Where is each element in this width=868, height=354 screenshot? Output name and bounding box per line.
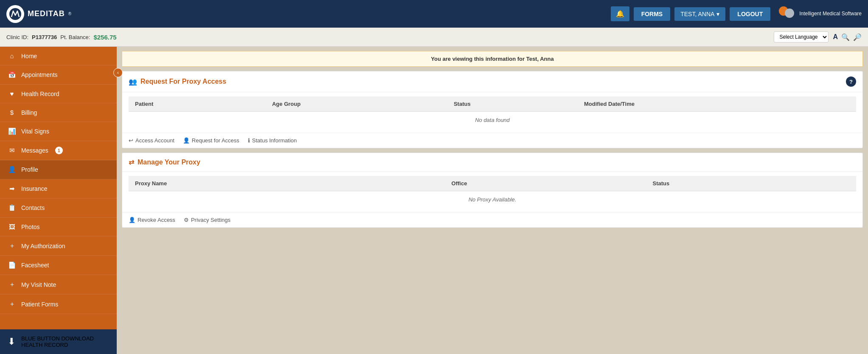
sidebar-item-facesheet-label: Facesheet bbox=[21, 262, 49, 269]
sidebar-item-profile[interactable]: 👤 Profile bbox=[0, 160, 117, 179]
sidebar: ‹ ⌂ Home 📅 Appointments ♥ Health Record … bbox=[0, 47, 117, 354]
sidebar-item-insurance[interactable]: ➡ Insurance bbox=[0, 179, 117, 198]
sidebar-item-messages-label: Messages bbox=[21, 147, 48, 154]
blue-button-download[interactable]: ⬇ BLUE BUTTON DOWNLOAD HEALTH RECORD bbox=[0, 329, 117, 354]
sidebar-item-billing-label: Billing bbox=[21, 109, 37, 116]
sidebar-item-my-authorization[interactable]: ＋ My Authorization bbox=[0, 236, 117, 256]
col-status: Status bbox=[447, 96, 578, 112]
access-account-label: Access Account bbox=[135, 137, 174, 144]
sidebar-item-contacts[interactable]: 📋 Contacts bbox=[0, 198, 117, 218]
sidebar-item-facesheet[interactable]: 📄 Facesheet bbox=[0, 256, 117, 275]
vital-signs-icon: 📊 bbox=[8, 127, 16, 135]
home-icon: ⌂ bbox=[8, 52, 16, 59]
revoke-access-label: Revoke Access bbox=[138, 217, 175, 223]
sidebar-collapse-btn[interactable]: ‹ bbox=[113, 68, 123, 77]
clinic-id-value: P1377736 bbox=[32, 34, 57, 40]
download-text: BLUE BUTTON DOWNLOAD HEALTH RECORD bbox=[21, 335, 94, 348]
request-for-access-link[interactable]: 👤 Request for Access bbox=[183, 137, 239, 144]
manage-proxy-title: ⇄ Manage Your Proxy bbox=[129, 158, 200, 166]
contacts-icon: 📋 bbox=[8, 204, 16, 212]
privacy-settings-label: Privacy Settings bbox=[191, 217, 230, 223]
download-label1: BLUE BUTTON DOWNLOAD bbox=[21, 335, 94, 342]
main-content: You are viewing this information for Tes… bbox=[117, 47, 868, 354]
sub-header: Clinic ID: P1377736 Pt. Balance: $256.75… bbox=[0, 28, 868, 47]
manage-proxy-section: ⇄ Manage Your Proxy Proxy Name Office St… bbox=[122, 153, 863, 228]
info-bar-patient: Test, Anna bbox=[526, 56, 554, 62]
request-for-access-icon: 👤 bbox=[183, 137, 190, 144]
sidebar-item-patient-forms[interactable]: ＋ Patient Forms bbox=[0, 295, 117, 314]
sidebar-item-billing[interactable]: $ Billing bbox=[0, 103, 117, 122]
sidebar-item-health-record[interactable]: ♥ Health Record bbox=[0, 85, 117, 103]
sidebar-item-appointments[interactable]: 📅 Appointments bbox=[0, 65, 117, 85]
table-row: No Proxy Available. bbox=[129, 191, 856, 208]
manage-proxy-actions: 👤 Revoke Access ⚙ Privacy Settings bbox=[122, 212, 862, 227]
messages-badge: 1 bbox=[55, 147, 63, 154]
no-data-text: No data found bbox=[129, 112, 856, 129]
no-proxy-text: No Proxy Available. bbox=[129, 191, 856, 208]
main-layout: ‹ ⌂ Home 📅 Appointments ♥ Health Record … bbox=[0, 47, 868, 354]
search-icon[interactable]: 🔍 bbox=[841, 33, 850, 41]
bell-button[interactable]: 🔔 bbox=[611, 6, 629, 21]
sidebar-item-my-visit-note[interactable]: ＋ My Visit Note bbox=[0, 275, 117, 295]
privacy-settings-link[interactable]: ⚙ Privacy Settings bbox=[184, 217, 230, 223]
sidebar-items: ⌂ Home 📅 Appointments ♥ Health Record $ … bbox=[0, 47, 117, 329]
header-utility-icons: A 🔍 🔎 bbox=[833, 33, 862, 41]
proxy-access-actions: ↩ Access Account 👤 Request for Access ℹ … bbox=[122, 133, 862, 148]
manage-proxy-table: Proxy Name Office Status No Proxy Availa… bbox=[129, 176, 856, 208]
sidebar-item-vital-signs-label: Vital Signs bbox=[21, 128, 49, 135]
info-bar: You are viewing this information for Tes… bbox=[122, 51, 863, 67]
manage-proxy-header: ⇄ Manage Your Proxy bbox=[122, 153, 862, 172]
info-bar-prefix: You are viewing this information for bbox=[431, 56, 526, 62]
header-right: 🔔 FORMS TEST, ANNA ▾ LOGOUT Intelligent … bbox=[611, 6, 862, 21]
logout-button[interactable]: LOGOUT bbox=[730, 7, 770, 21]
sidebar-item-messages[interactable]: ✉ Messages 1 bbox=[0, 141, 117, 160]
manage-proxy-title-text: Manage Your Proxy bbox=[138, 159, 200, 166]
privacy-settings-icon: ⚙ bbox=[184, 217, 189, 223]
logo-text: MEDITAB bbox=[28, 9, 65, 18]
pt-balance-value: $256.75 bbox=[93, 34, 116, 41]
patient-forms-icon: ＋ bbox=[8, 300, 16, 308]
ims-logo: Intelligent Medical Software bbox=[779, 6, 862, 21]
col-age-group: Age Group bbox=[266, 96, 447, 112]
logo-icon bbox=[6, 5, 24, 23]
sub-header-right: Select Language A 🔍 🔎 bbox=[774, 31, 862, 42]
manage-proxy-table-wrap: Proxy Name Office Status No Proxy Availa… bbox=[122, 172, 862, 212]
clinic-info: Clinic ID: P1377736 Pt. Balance: $256.75 bbox=[6, 34, 117, 41]
language-select[interactable]: Select Language bbox=[774, 31, 829, 42]
sidebar-item-contacts-label: Contacts bbox=[21, 204, 45, 211]
logo-reg: ® bbox=[68, 11, 71, 16]
sidebar-item-photos[interactable]: 🖼 Photos bbox=[0, 218, 117, 236]
proxy-access-title-text: Request For Proxy Access bbox=[140, 78, 226, 85]
my-authorization-icon: ＋ bbox=[8, 242, 16, 250]
access-account-link[interactable]: ↩ Access Account bbox=[129, 137, 174, 144]
messages-icon: ✉ bbox=[8, 147, 16, 154]
table-row: No data found bbox=[129, 112, 856, 129]
zoom-icon[interactable]: 🔎 bbox=[853, 33, 862, 41]
clinic-id-label: Clinic ID: bbox=[6, 34, 28, 40]
proxy-access-help-btn[interactable]: ? bbox=[846, 76, 856, 87]
proxy-access-title: 👥 Request For Proxy Access bbox=[129, 78, 226, 86]
proxy-access-header: 👥 Request For Proxy Access ? bbox=[122, 71, 862, 92]
svg-point-0 bbox=[9, 8, 21, 20]
status-information-icon: ℹ bbox=[248, 137, 250, 144]
sidebar-item-appointments-label: Appointments bbox=[21, 71, 58, 78]
proxy-access-table: Patient Age Group Status Modified Date/T… bbox=[129, 96, 856, 128]
sidebar-item-vital-signs[interactable]: 📊 Vital Signs bbox=[0, 122, 117, 141]
facesheet-icon: 📄 bbox=[8, 261, 16, 269]
health-record-icon: ♥ bbox=[8, 90, 16, 97]
forms-button[interactable]: FORMS bbox=[634, 7, 671, 21]
sidebar-item-home-label: Home bbox=[21, 53, 37, 59]
font-size-icon[interactable]: A bbox=[833, 33, 838, 41]
profile-icon: 👤 bbox=[8, 166, 16, 173]
sidebar-item-home[interactable]: ⌂ Home bbox=[0, 47, 117, 65]
sidebar-item-health-record-label: Health Record bbox=[21, 91, 59, 97]
user-button[interactable]: TEST, ANNA ▾ bbox=[674, 7, 725, 21]
col-proxy-status: Status bbox=[646, 176, 856, 191]
ims-text: Intelligent Medical Software bbox=[799, 10, 862, 17]
ims-circles-icon bbox=[779, 6, 796, 21]
app-header: MEDITAB ® 🔔 FORMS TEST, ANNA ▾ LOGOUT In… bbox=[0, 0, 868, 28]
status-information-link[interactable]: ℹ Status Information bbox=[248, 137, 297, 144]
revoke-access-link[interactable]: 👤 Revoke Access bbox=[129, 217, 175, 223]
request-for-access-label: Request for Access bbox=[192, 137, 239, 144]
status-information-label: Status Information bbox=[252, 137, 297, 144]
